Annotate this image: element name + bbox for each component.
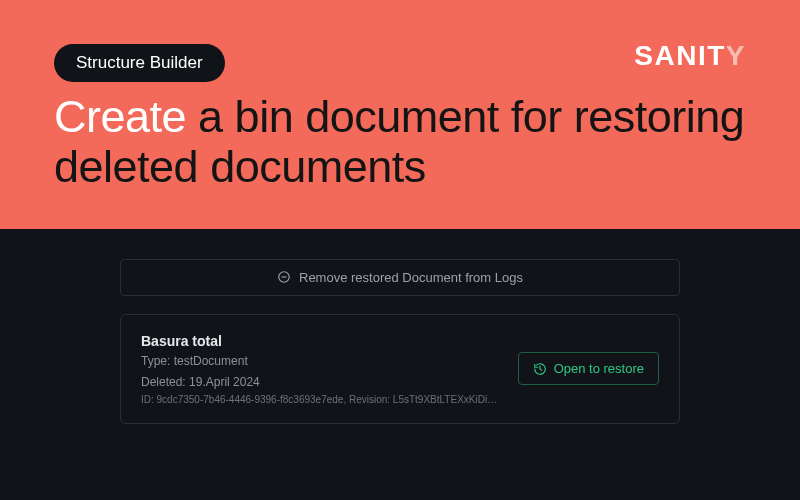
hero-banner: SANITY Structure Builder Create a bin do… [0,0,800,229]
card-info: Basura total Type: testDocument Deleted:… [141,333,498,405]
document-title: Basura total [141,333,498,349]
document-type: Type: testDocument [141,352,498,370]
brand-logo: SANITY [634,40,746,72]
remove-restored-button[interactable]: Remove restored Document from Logs [120,259,680,296]
deleted-document-card: Basura total Type: testDocument Deleted:… [120,314,680,424]
remove-restored-label: Remove restored Document from Logs [299,270,523,285]
category-pill: Structure Builder [54,44,225,82]
remove-circle-icon [277,270,291,284]
restore-history-icon [533,362,547,376]
brand-prefix: SANIT [634,40,726,71]
headline-accent: Create [54,91,186,142]
document-id-revision: ID: 9cdc7350-7b46-4446-9396-f8c3693e7ede… [141,394,498,405]
document-deleted-date: Deleted: 19.April 2024 [141,373,498,391]
open-to-restore-button[interactable]: Open to restore [518,352,659,385]
page-title: Create a bin document for restoring dele… [54,92,746,193]
restore-button-label: Open to restore [554,361,644,376]
page-root: SANITY Structure Builder Create a bin do… [0,0,800,500]
content-panel: Remove restored Document from Logs Basur… [0,229,800,500]
brand-suffix: Y [726,40,746,71]
